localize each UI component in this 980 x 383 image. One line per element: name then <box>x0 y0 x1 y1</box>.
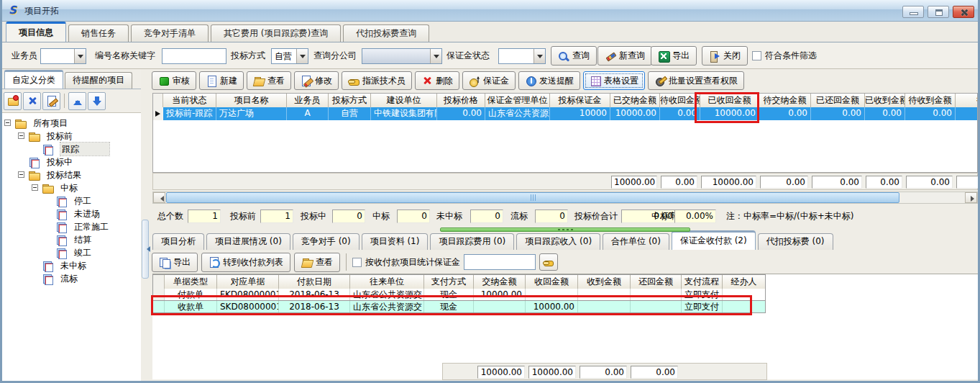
bottom-tab[interactable]: 保证金收付款 (2) <box>672 230 756 250</box>
filter-checkbox[interactable] <box>752 51 761 60</box>
bottom-tab[interactable]: 合作单位 (0) <box>603 233 669 250</box>
tree-expander-icon[interactable] <box>32 184 38 191</box>
tree-item[interactable]: 中标 <box>2 181 141 194</box>
stat-by-payment-checkbox[interactable] <box>352 258 362 267</box>
splitter-bar[interactable] <box>440 227 690 232</box>
column-header[interactable]: 单据类型 <box>165 275 217 289</box>
toolbar-button[interactable]: 查看 <box>247 71 291 90</box>
keyword-input[interactable] <box>162 48 226 64</box>
tree-item[interactable]: 正常施工 <box>2 220 141 233</box>
column-header[interactable]: 投标方式 <box>329 94 371 107</box>
close-button[interactable] <box>953 6 974 18</box>
left-toolbar-button[interactable] <box>4 92 22 110</box>
collapse-panel-button[interactable] <box>142 220 149 279</box>
toolbar-button[interactable]: 保证金 <box>462 71 516 90</box>
main-tab[interactable]: 销售任务 <box>68 24 129 42</box>
column-header[interactable]: 支付方式 <box>424 275 474 289</box>
scroll-right-icon[interactable] <box>965 192 977 203</box>
tree-expander-icon[interactable] <box>18 171 24 178</box>
tree-item[interactable]: 停工 <box>2 194 141 207</box>
bottom-tab[interactable]: 竞争对手 (0) <box>293 233 360 250</box>
restore-button[interactable] <box>928 6 949 18</box>
left-panel-tab[interactable]: 自定义分类 <box>4 70 63 89</box>
column-header[interactable]: 往来单位 <box>350 275 424 289</box>
column-header[interactable]: 项目名称 <box>216 94 287 107</box>
toolbar-button[interactable]: 删除 <box>415 71 459 90</box>
tree-expander-icon[interactable] <box>18 132 24 139</box>
column-header[interactable]: 收到金额 <box>578 275 631 289</box>
left-toolbar-button[interactable] <box>88 92 106 110</box>
tree-item[interactable]: 跟踪 <box>2 143 141 156</box>
chevron-down-icon[interactable] <box>430 49 441 63</box>
chevron-down-icon[interactable] <box>533 49 545 63</box>
column-header[interactable]: 当前状态 <box>163 94 216 107</box>
tree-item[interactable]: 流标 <box>2 272 141 285</box>
toolbar-button[interactable]: 审核 <box>152 71 196 90</box>
toolbar-button[interactable]: 新建 <box>199 71 244 90</box>
tree-item[interactable]: 竣工 <box>2 246 141 259</box>
left-toolbar-button[interactable] <box>68 92 86 110</box>
column-header[interactable]: 待收回金额 <box>660 94 700 107</box>
column-header[interactable]: 经办人 <box>723 275 766 289</box>
scrollbar-thumb[interactable] <box>166 192 899 203</box>
column-header[interactable]: 对应单据 <box>217 275 279 289</box>
apply-filter-button[interactable] <box>539 253 558 271</box>
column-header[interactable]: 保证金管理单位 <box>485 94 550 107</box>
panel-splitter[interactable] <box>141 69 150 381</box>
column-header[interactable]: 还回金额 <box>631 275 682 289</box>
column-header[interactable]: 收回金额 <box>526 275 578 289</box>
column-header[interactable]: 投标价格 <box>437 94 485 107</box>
bottom-tab[interactable]: 项目进展情况 (0) <box>206 233 290 250</box>
branch-select[interactable] <box>362 48 442 64</box>
deposit-status-select[interactable] <box>498 48 546 64</box>
tree-item[interactable]: 未中标 <box>2 259 141 272</box>
tree-item[interactable]: 投标前 <box>2 130 141 143</box>
view-detail-button[interactable]: 查看 <box>294 253 340 272</box>
bottom-tab[interactable]: 项目资料 (1) <box>362 233 429 250</box>
tree-item[interactable]: 投标中 <box>2 156 141 168</box>
goto-payment-list-button[interactable]: 转到收付款列表 <box>201 253 290 272</box>
column-header[interactable]: 待交纳金额 <box>759 94 811 107</box>
tree-item[interactable]: 所有项目 <box>2 117 141 130</box>
payment-filter-input[interactable] <box>464 254 536 270</box>
column-header[interactable]: 建设单位 <box>371 94 437 107</box>
toolbar-button[interactable]: 批量设置查看权限 <box>648 71 744 90</box>
tree-item[interactable]: 投标结果 <box>2 168 141 181</box>
table-row[interactable]: 付款单FKD0800000162018-06-13山东省公共资源交现金10000… <box>153 289 765 301</box>
search-button[interactable]: 查询 <box>551 46 597 66</box>
tree-item[interactable]: 未进场 <box>2 207 141 220</box>
main-tab[interactable]: 代扣投标费查询 <box>343 24 429 42</box>
toolbar-button[interactable]: 表格设置 <box>583 71 645 90</box>
column-header[interactable]: 已收到金额 <box>865 94 905 107</box>
tree-expander-icon[interactable] <box>4 120 11 126</box>
export-detail-button[interactable]: 导出 <box>152 253 198 272</box>
tree-item[interactable]: 结算 <box>2 233 141 246</box>
main-tab[interactable]: 其它费用 (项目跟踪费)查询 <box>211 24 341 42</box>
main-tab[interactable]: 项目信息 <box>6 22 66 42</box>
main-tab[interactable]: 竞争对手清单 <box>131 24 209 42</box>
column-header[interactable]: 业务员 <box>287 94 329 107</box>
column-header[interactable]: 付款日期 <box>279 275 350 289</box>
column-header[interactable]: 投标保证金 <box>550 94 610 107</box>
salesman-select[interactable] <box>40 48 86 64</box>
bottom-tab[interactable]: 代扣投标费 (0) <box>758 233 833 250</box>
close-form-button[interactable]: 关闭 <box>702 46 748 66</box>
column-header[interactable]: 已收回金额 <box>700 94 759 107</box>
bottom-tab[interactable]: 项目跟踪收入 (0) <box>516 233 600 250</box>
column-header[interactable]: 支付流程 <box>682 275 723 289</box>
table-row[interactable]: 收款单SKD0800000122018-06-13山东省公共资源交现金10000… <box>153 301 765 313</box>
left-toolbar-button[interactable] <box>23 92 41 110</box>
chevron-down-icon[interactable] <box>74 49 86 63</box>
table-row[interactable]: 投标前-跟踪万达广场A自营中铁建设集团有限0.00山东省公共资源交1000010… <box>153 107 977 120</box>
horizontal-scrollbar[interactable] <box>152 192 978 204</box>
column-header[interactable]: 已交纳金额 <box>610 94 660 107</box>
toolbar-button[interactable]: 修改 <box>294 71 339 90</box>
chevron-down-icon[interactable] <box>296 49 308 63</box>
minimize-button[interactable] <box>902 6 924 18</box>
scroll-left-icon[interactable] <box>153 192 165 203</box>
export-button[interactable]: 导出 <box>651 46 697 66</box>
toolbar-button[interactable]: 发送提醒 <box>518 71 580 90</box>
new-search-button[interactable]: 新查询 <box>597 46 652 66</box>
column-header[interactable]: 交纳金额 <box>474 275 526 289</box>
bid-method-select[interactable]: 自营 <box>271 48 308 64</box>
